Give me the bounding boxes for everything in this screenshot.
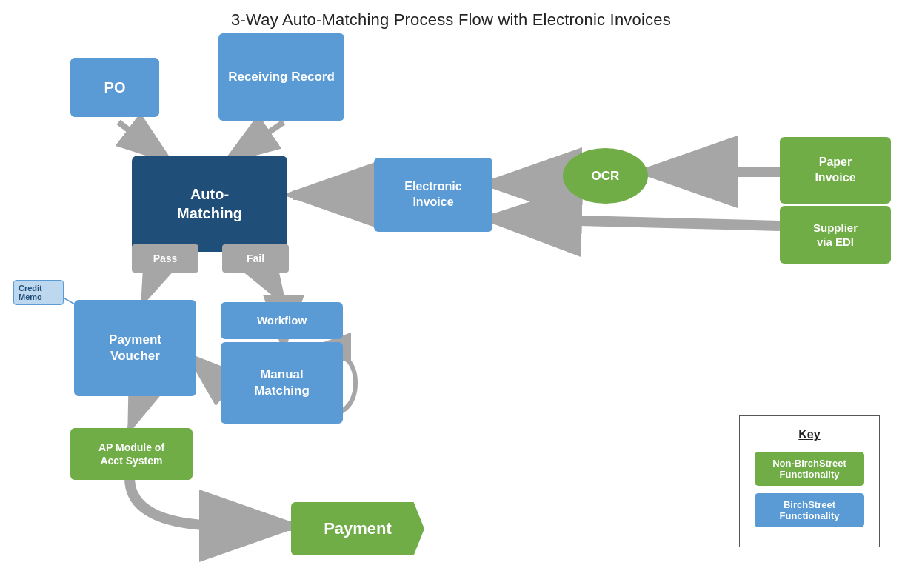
paper-invoice-node: Paper Invoice (780, 137, 891, 204)
svg-line-12 (130, 404, 139, 430)
ocr-node: OCR (563, 148, 648, 204)
key-box: Key Non-BirchStreet Functionality BirchS… (739, 415, 880, 547)
svg-line-7 (489, 218, 780, 226)
diagram-title: 3-Way Auto-Matching Process Flow with El… (0, 0, 902, 30)
payment-voucher-node: Payment Voucher (74, 300, 196, 396)
credit-memo-node: Credit Memo (13, 280, 64, 305)
receiving-record-node: Receiving Record (218, 33, 344, 121)
electronic-invoice-node: Electronic Invoice (374, 158, 492, 232)
ap-module-node: AP Module of Acct System (70, 428, 193, 480)
payment-node: Payment (291, 502, 424, 555)
pass-node: Pass (132, 244, 198, 273)
manual-matching-node: Manual Matching (221, 342, 343, 424)
workflow-node: Workflow (221, 302, 343, 339)
po-node: PO (70, 58, 159, 117)
auto-matching-node: Auto- Matching (132, 156, 287, 252)
key-birchstreet: BirchStreet Functionality (755, 493, 864, 527)
key-non-birchstreet: Non-BirchStreet Functionality (755, 452, 864, 486)
supplier-edi-node: Supplier via EDI (780, 206, 891, 264)
key-title: Key (755, 428, 864, 441)
diagram-container: 3-Way Auto-Matching Process Flow with El… (0, 0, 902, 588)
fail-node: Fail (222, 244, 289, 273)
